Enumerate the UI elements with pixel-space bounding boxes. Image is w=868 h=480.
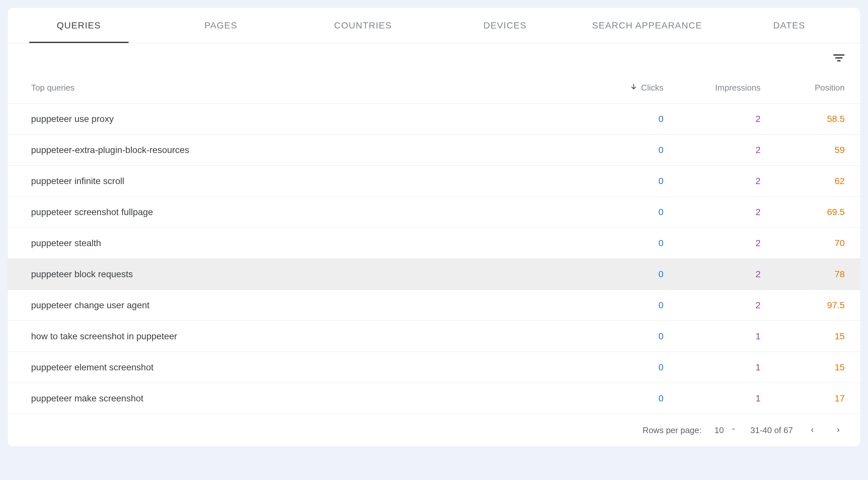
query-cell: puppeteer block requests <box>31 269 573 280</box>
tab-countries[interactable]: COUNTRIES <box>292 8 434 43</box>
performance-table-card: QUERIES PAGES COUNTRIES DEVICES SEARCH A… <box>8 8 860 446</box>
pagination-nav <box>806 424 845 437</box>
clicks-cell: 0 <box>573 238 663 248</box>
impressions-cell: 1 <box>663 393 761 404</box>
impressions-cell: 2 <box>663 300 761 311</box>
clicks-cell: 0 <box>573 331 663 342</box>
table-row[interactable]: puppeteer element screenshot0115 <box>8 352 860 383</box>
clicks-cell: 0 <box>573 176 663 186</box>
query-cell: puppeteer infinite scroll <box>31 176 573 186</box>
query-cell: puppeteer use proxy <box>31 114 573 124</box>
rows-per-page-value: 10 <box>715 425 724 435</box>
impressions-cell: 2 <box>663 269 761 280</box>
tab-queries[interactable]: QUERIES <box>8 8 150 43</box>
table-row[interactable]: puppeteer change user agent0297.5 <box>8 290 860 321</box>
clicks-cell: 0 <box>573 300 663 311</box>
impressions-cell: 2 <box>663 176 761 186</box>
impressions-cell: 2 <box>663 145 761 155</box>
query-cell: puppeteer-extra-plugin-block-resources <box>31 145 573 155</box>
arrow-down-icon <box>629 83 638 93</box>
column-header-clicks[interactable]: Clicks <box>573 83 663 93</box>
column-header-clicks-label: Clicks <box>641 83 663 93</box>
query-cell: puppeteer make screenshot <box>31 393 573 404</box>
pagination-range: 31-40 of 67 <box>750 425 793 435</box>
pagination: Rows per page: 10 31-40 of 67 <box>8 414 860 446</box>
impressions-cell: 2 <box>663 114 761 124</box>
clicks-cell: 0 <box>573 362 663 373</box>
position-cell: 59 <box>761 145 845 155</box>
table-row[interactable]: puppeteer use proxy0258.5 <box>8 103 860 134</box>
clicks-cell: 0 <box>573 145 663 155</box>
next-page-button[interactable] <box>832 424 845 437</box>
filter-icon[interactable] <box>833 52 845 64</box>
clicks-cell: 0 <box>573 269 663 280</box>
prev-page-button[interactable] <box>806 424 819 437</box>
position-cell: 78 <box>761 269 845 280</box>
column-header-query[interactable]: Top queries <box>31 83 573 93</box>
position-cell: 17 <box>761 393 845 404</box>
position-cell: 58.5 <box>761 114 845 124</box>
query-cell: puppeteer element screenshot <box>31 362 573 373</box>
position-cell: 15 <box>761 362 845 373</box>
table-row[interactable]: how to take screenshot in puppeteer0115 <box>8 321 860 352</box>
table-row[interactable]: puppeteer-extra-plugin-block-resources02… <box>8 134 860 166</box>
clicks-cell: 0 <box>573 114 663 124</box>
tab-search-appearance[interactable]: SEARCH APPEARANCE <box>576 8 718 43</box>
table-tabs: QUERIES PAGES COUNTRIES DEVICES SEARCH A… <box>8 8 860 43</box>
table-row[interactable]: puppeteer stealth0270 <box>8 228 860 259</box>
table-row[interactable]: puppeteer screenshot fullpage0269.5 <box>8 197 860 228</box>
table-row[interactable]: puppeteer make screenshot0117 <box>8 383 860 414</box>
position-cell: 70 <box>761 238 845 248</box>
impressions-cell: 1 <box>663 331 761 342</box>
impressions-cell: 2 <box>663 207 761 217</box>
impressions-cell: 2 <box>663 238 761 248</box>
caret-down-icon <box>730 425 737 435</box>
position-cell: 62 <box>761 176 845 186</box>
tab-dates[interactable]: DATES <box>718 8 860 43</box>
query-cell: how to take screenshot in puppeteer <box>31 331 573 342</box>
rows-per-page-label: Rows per page: <box>643 425 701 435</box>
table-row[interactable]: puppeteer infinite scroll0262 <box>8 166 860 197</box>
table-row[interactable]: puppeteer block requests0278 <box>8 259 860 290</box>
query-cell: puppeteer change user agent <box>31 300 573 311</box>
impressions-cell: 1 <box>663 362 761 373</box>
tab-devices[interactable]: DEVICES <box>434 8 576 43</box>
query-cell: puppeteer stealth <box>31 238 573 248</box>
table-toolbar <box>8 43 860 72</box>
query-cell: puppeteer screenshot fullpage <box>31 207 573 217</box>
tab-pages[interactable]: PAGES <box>150 8 292 43</box>
rows-per-page-select[interactable]: 10 <box>715 425 738 435</box>
clicks-cell: 0 <box>573 207 663 217</box>
table-header-row: Top queries Clicks Impressions Position <box>8 72 860 103</box>
position-cell: 69.5 <box>761 207 845 217</box>
position-cell: 97.5 <box>761 300 845 311</box>
column-header-position[interactable]: Position <box>761 83 845 93</box>
position-cell: 15 <box>761 331 845 342</box>
column-header-impressions[interactable]: Impressions <box>663 83 761 93</box>
clicks-cell: 0 <box>573 393 663 404</box>
table-body: puppeteer use proxy0258.5puppeteer-extra… <box>8 103 860 414</box>
